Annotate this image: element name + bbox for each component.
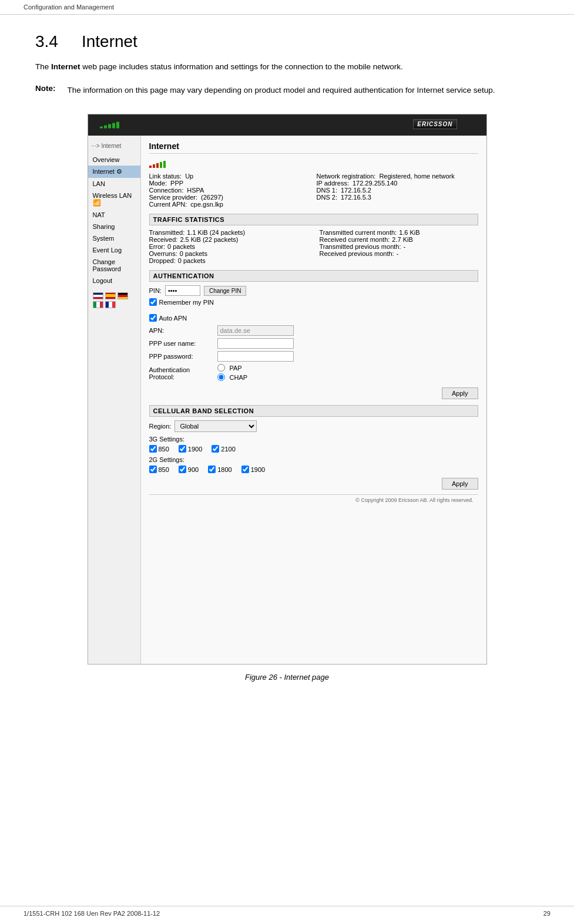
- section-heading: 3.4 Internet: [35, 32, 539, 51]
- ip-value: 172.29.255.140: [353, 180, 397, 187]
- traffic-rx-prev: Received previous month: -: [320, 250, 478, 257]
- dns1-label: DNS 1:: [317, 187, 337, 194]
- traffic-rx-month-value: 2.7 KiB: [392, 236, 412, 243]
- region-row: Region: Global Europe Americas Asia: [149, 420, 478, 432]
- ppp-password-label: PPP password:: [149, 353, 214, 360]
- 2g-1800-label: 1800: [217, 466, 231, 473]
- sidebar-item-event-log[interactable]: Event Log: [88, 244, 140, 256]
- link-status-label: Link status:: [149, 173, 182, 180]
- signal-bars: [100, 122, 119, 129]
- signal-bar-2: [104, 126, 107, 129]
- 2g-1900-checkbox[interactable]: [241, 466, 249, 473]
- footer-right: 29: [543, 910, 550, 917]
- remember-pin-checkbox[interactable]: [149, 298, 157, 306]
- traffic-tx-prev: Transmitted previous month: -: [320, 243, 478, 250]
- traffic-received-label: Received:: [149, 236, 178, 243]
- 3g-2100-label: 2100: [221, 446, 235, 453]
- change-pin-button[interactable]: Change PIN: [204, 286, 246, 296]
- 3g-1900-checkbox[interactable]: [179, 445, 186, 453]
- signal-bar-3: [108, 124, 111, 129]
- pap-label: PAP: [230, 365, 242, 372]
- ppp-password-input[interactable]: [217, 351, 294, 362]
- auth-apply-button[interactable]: Apply: [442, 387, 478, 399]
- auth-protocol-row: Authentication Protocol: PAP CHAP: [149, 364, 478, 383]
- flag-fr[interactable]: [105, 301, 116, 308]
- pin-input[interactable]: [165, 285, 200, 296]
- flag-uk[interactable]: [93, 292, 103, 299]
- sidebar-item-change-password[interactable]: Change Password: [88, 256, 140, 275]
- ppp-username-row: PPP user name:: [149, 338, 478, 349]
- dns2-label: DNS 2:: [317, 194, 337, 201]
- status-grid: Link status: Up Mode: PPP Connection: HS…: [149, 173, 478, 208]
- service-provider-label: Service provider:: [149, 194, 198, 201]
- traffic-tx-month-value: 1.6 KiB: [399, 229, 419, 236]
- bar-r2: [153, 164, 155, 168]
- ppp-username-input[interactable]: [217, 338, 294, 349]
- traffic-dropped-value: 0 packets: [178, 257, 206, 264]
- sidebar-item-logout[interactable]: Logout: [88, 275, 140, 286]
- note-block: Note: The information on this page may v…: [35, 84, 539, 97]
- traffic-tx-prev-label: Transmitted previous month:: [320, 243, 401, 250]
- auth-protocol-label: Authentication Protocol:: [149, 366, 214, 380]
- 2g-850: 850: [149, 466, 169, 473]
- band-apply-button[interactable]: Apply: [442, 478, 478, 490]
- bar-g1: [160, 162, 162, 168]
- 2g-1800-checkbox[interactable]: [208, 466, 216, 473]
- traffic-rx-prev-value: -: [397, 250, 399, 257]
- traffic-error: Error: 0 packets: [149, 243, 308, 250]
- ip-label: IP address:: [317, 180, 349, 187]
- 3g-band-checkboxes: 850 1900 2100: [149, 445, 478, 453]
- 2g-850-label: 850: [159, 466, 169, 473]
- bar-r3: [156, 163, 159, 168]
- traffic-overruns-label: Overruns:: [149, 250, 177, 257]
- 2g-900-label: 900: [188, 466, 199, 473]
- sidebar-item-overview[interactable]: Overview: [88, 154, 140, 166]
- main-panel: Internet Link status: Up: [141, 136, 486, 664]
- pap-option: PAP: [217, 364, 248, 372]
- dns1-value: 172.16.5.2: [341, 187, 371, 194]
- 3g-2100-checkbox[interactable]: [212, 445, 219, 453]
- signal-bar-4: [112, 123, 115, 129]
- auto-apn-checkbox[interactable]: [149, 314, 157, 322]
- 2g-850-checkbox[interactable]: [149, 466, 157, 473]
- apn-input[interactable]: [217, 325, 294, 336]
- sidebar-item-system[interactable]: System: [88, 232, 140, 244]
- apn-row: APN:: [149, 325, 478, 336]
- signal-bar-1: [100, 127, 103, 129]
- flag-it[interactable]: [93, 301, 103, 308]
- screen-layout: ···> Internet Overview Internet ⚙ LAN Wi…: [88, 136, 486, 664]
- sidebar-item-internet[interactable]: Internet ⚙: [88, 166, 140, 178]
- traffic-received: Received: 2.5 KiB (22 packets): [149, 236, 308, 243]
- region-select[interactable]: Global Europe Americas Asia: [174, 420, 257, 432]
- 2g-900-checkbox[interactable]: [179, 466, 186, 473]
- 2g-band-checkboxes: 850 900 1800 1900: [149, 466, 478, 473]
- 2g-settings-label: 2G Settings:: [149, 456, 478, 463]
- pin-row: PIN: Change PIN: [149, 285, 478, 296]
- traffic-received-value: 2.5 KiB (22 packets): [180, 236, 238, 243]
- 2g-900: 900: [179, 466, 199, 473]
- intro-text: The Internet web page includes status in…: [35, 60, 539, 73]
- traffic-left: Transmitted: 1.1 KiB (24 packets) Receiv…: [149, 229, 308, 264]
- auto-apn-row: Auto APN: [149, 314, 478, 322]
- traffic-overruns: Overruns: 0 packets: [149, 250, 308, 257]
- traffic-right: Transmitted current month: 1.6 KiB Recei…: [320, 229, 478, 264]
- nav-breadcrumb: ···> Internet: [88, 140, 140, 151]
- chap-radio[interactable]: [217, 373, 225, 381]
- 2g-1900-label: 1900: [251, 466, 265, 473]
- connection-label: Connection:: [149, 187, 184, 194]
- flag-es[interactable]: [105, 292, 116, 299]
- traffic-dropped-label: Dropped:: [149, 257, 176, 264]
- sidebar-item-sharing[interactable]: Sharing: [88, 221, 140, 232]
- note-label: Note:: [35, 84, 56, 97]
- 3g-850-checkbox[interactable]: [149, 445, 157, 453]
- flag-de[interactable]: [118, 292, 128, 299]
- current-apn-value: cpe.gsn.lkp: [190, 201, 223, 208]
- pap-radio[interactable]: [217, 364, 225, 372]
- signal-icon-row: [149, 161, 478, 168]
- 3g-1900-label: 1900: [188, 446, 202, 453]
- sidebar-item-nat[interactable]: NAT: [88, 209, 140, 221]
- sidebar-item-wireless-lan[interactable]: Wireless LAN 📶: [88, 190, 140, 209]
- sidebar-item-lan[interactable]: LAN: [88, 178, 140, 190]
- ppp-password-row: PPP password:: [149, 351, 478, 362]
- wireless-icon: 📶: [93, 199, 101, 206]
